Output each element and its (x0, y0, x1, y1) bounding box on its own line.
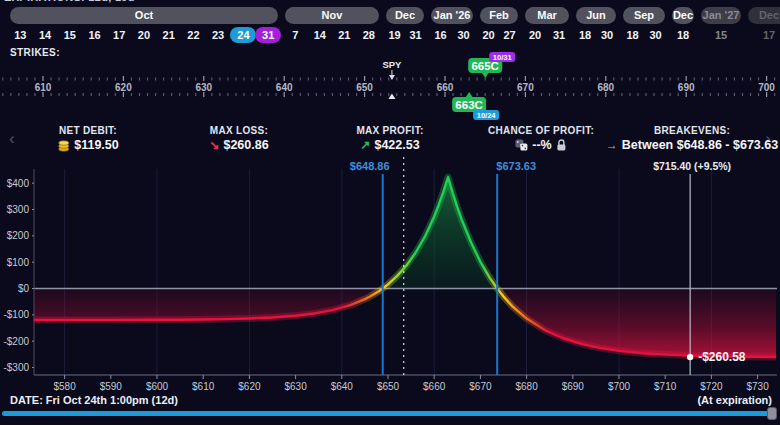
expiration-date-30[interactable]: 30 (452, 27, 475, 43)
expiration-date-17[interactable]: 17 (746, 27, 780, 43)
y-tick-label: $0 (18, 283, 30, 294)
strike-badge-663c[interactable]: 663C10/24 (452, 92, 499, 120)
selected-date-pill-31[interactable]: 31 (255, 27, 281, 43)
strike-label: 700 (758, 82, 775, 93)
expiration-date-15[interactable]: 15 (699, 27, 743, 43)
expiration-date-18[interactable]: 18 (574, 27, 596, 43)
expiration-date-13[interactable]: 13 (8, 27, 33, 43)
date-slider-handle[interactable] (767, 407, 777, 420)
strike-tick (26, 93, 27, 96)
strike-tick (396, 78, 397, 81)
month-tab-nov[interactable]: Nov (285, 7, 379, 24)
month-tab-dec[interactable]: Dec (386, 7, 424, 24)
strike-label: 620 (115, 82, 132, 93)
expiration-date-20[interactable]: 20 (523, 27, 547, 43)
expiration-date-16[interactable]: 16 (429, 27, 452, 43)
strike-tick (348, 93, 349, 96)
expiration-date-24[interactable]: 24 (230, 27, 255, 43)
strike-tick (734, 93, 735, 96)
strike-tick (581, 78, 582, 81)
strike-tick (420, 93, 421, 96)
strike-tick (364, 76, 365, 81)
y-tick-label: -$200 (3, 336, 29, 347)
expiration-date-21[interactable]: 21 (332, 27, 357, 43)
expiration-date-31[interactable]: 31 (255, 27, 280, 43)
coins-icon (57, 139, 70, 152)
expiration-date-14[interactable]: 14 (33, 27, 58, 43)
strike-tick (34, 78, 35, 81)
expiration-date-7[interactable]: 7 (283, 27, 308, 43)
month-tab-jan26[interactable]: Jan '26 (431, 7, 473, 24)
strike-tick (187, 93, 188, 96)
expiration-date-20[interactable]: 20 (132, 27, 157, 43)
strike-tick (702, 78, 703, 81)
strike-tick (565, 78, 566, 81)
strike-tick (573, 78, 574, 81)
strike-tick (211, 93, 212, 96)
payoff-chart[interactable]: $648.86$673.63$715.40 (+9.5%)-$260.58$58… (0, 155, 780, 395)
strike-tick (412, 78, 413, 81)
strike-badge-665c[interactable]: 665C10/31 (468, 52, 515, 78)
expiration-date-21[interactable]: 21 (156, 27, 181, 43)
month-tab-sep[interactable]: Sep (623, 7, 665, 24)
strike-tick (742, 93, 743, 96)
month-tab-oct[interactable]: Oct (10, 7, 278, 24)
strike-tick (718, 78, 719, 81)
strike-tick (613, 78, 614, 81)
strike-tick (428, 93, 429, 96)
expiration-date-15[interactable]: 15 (57, 27, 82, 43)
expiration-date-31[interactable]: 31 (547, 27, 571, 43)
strike-tick (517, 93, 518, 96)
stat-value: →Between $648.86 - $673.63 (606, 138, 778, 152)
strike-tick (501, 93, 502, 96)
expiration-date-18[interactable]: 18 (621, 27, 644, 43)
expiration-date-20[interactable]: 20 (478, 27, 499, 43)
expiration-date-27[interactable]: 27 (499, 27, 520, 43)
month-tab-jun[interactable]: Jun (576, 7, 616, 24)
strike-tick (581, 93, 582, 96)
month-group-jun: Jun1830 (574, 7, 618, 43)
strike-tick (18, 78, 19, 81)
stats-prev-chevron[interactable]: ‹ (9, 130, 15, 147)
expiration-date-30[interactable]: 30 (644, 27, 667, 43)
strike-tick (75, 78, 76, 81)
strike-tick (10, 78, 11, 81)
strike-tick (653, 78, 654, 81)
x-tick-label: $730 (746, 381, 769, 392)
expiration-date-17[interactable]: 17 (107, 27, 132, 43)
strike-tick (541, 78, 542, 81)
strike-tick (219, 93, 220, 96)
strike-tick (428, 78, 429, 81)
stat-breakevens: BREAKEVENS:→Between $648.86 - $673.63 (606, 125, 778, 152)
expirations-label: EXPIRATIONS: 12d, 19d (4, 0, 135, 3)
month-tab-feb[interactable]: Feb (480, 7, 518, 24)
expiration-date-19[interactable]: 19 (384, 27, 405, 43)
strike-tick (163, 78, 164, 81)
expiration-date-22[interactable]: 22 (181, 27, 206, 43)
expiration-date-16[interactable]: 16 (82, 27, 107, 43)
dates-row: 1314151617202122232431 (8, 27, 280, 43)
stat-label: MAX LOSS: (209, 125, 268, 136)
expiration-date-23[interactable]: 23 (206, 27, 231, 43)
stat-label: CHANCE OF PROFIT: (488, 125, 594, 136)
month-tab-mar[interactable]: Mar (525, 7, 569, 24)
strike-tick (276, 78, 277, 81)
stat-value: ↗$422.53 (356, 138, 423, 152)
strike-tick (509, 78, 510, 81)
month-tab-dec[interactable]: Dec (672, 7, 694, 24)
expiration-date-30[interactable]: 30 (596, 27, 618, 43)
stat-label: MAX PROFIT: (356, 125, 423, 136)
target-value-dot[interactable] (687, 354, 693, 360)
date-slider-track[interactable] (2, 411, 776, 416)
strike-tick (589, 93, 590, 96)
expiration-date-14[interactable]: 14 (308, 27, 333, 43)
month-tab-jan27[interactable]: Jan '27 (701, 7, 741, 24)
selected-date-pill-24[interactable]: 24 (230, 27, 256, 43)
expiration-date-31[interactable]: 31 (405, 27, 426, 43)
expiration-date-18[interactable]: 18 (670, 27, 696, 43)
expiration-date-28[interactable]: 28 (357, 27, 382, 43)
month-tab-dec[interactable]: Dec (748, 7, 780, 24)
strikes-ruler[interactable]: 610620630640650660670680690700SPY665C10/… (0, 50, 780, 122)
badge-expiry-text: 10/24 (477, 111, 497, 120)
strike-label: 670 (517, 82, 534, 93)
